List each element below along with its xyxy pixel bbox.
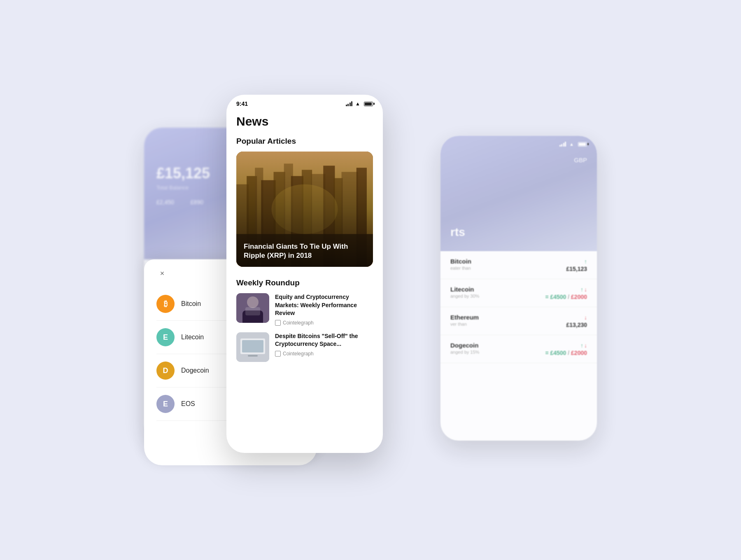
price-green-litecoin: = £4500 [545, 294, 566, 300]
market-price-litecoin: = £4500 / £2000 [545, 294, 587, 300]
status-icons: ▲ [346, 101, 373, 107]
svg-point-17 [247, 296, 259, 308]
arrow-up-icon: ↑ [584, 258, 587, 265]
market-item-ethereum[interactable]: Ethereum ↓ ver than £13,230 [440, 307, 597, 335]
article-source-1: Cointelegraph [275, 320, 373, 326]
bar1 [559, 145, 561, 147]
price-separator: / [568, 294, 571, 300]
weekly-roundup-heading: Weekly Roundup [236, 278, 373, 287]
market-name-bitcoin: Bitcoin [450, 258, 563, 265]
market-sub-litecoin: anged by 30% [450, 294, 542, 300]
bar1 [346, 105, 347, 106]
market-arrows-ethereum: ↓ [566, 314, 587, 321]
person-thumbnail [236, 293, 269, 323]
market-item-bitcoin[interactable]: Bitcoin ↑ eater than £15,123 [440, 251, 597, 279]
market-arrows-litecoin: ↑ ↓ [545, 286, 587, 293]
right-battery-fill [579, 143, 586, 146]
scene: £15,125 Total Balance £2,450 £890 Distri… [144, 95, 597, 465]
market-sub-dogecoin: anged by 15% [450, 350, 542, 356]
svg-rect-22 [242, 340, 263, 352]
arrow-down-icon: ↓ [584, 314, 587, 321]
status-bar: 9:41 ▲ [226, 95, 383, 110]
article-headline-1: Equity and Cryptocurrency Markets: Weekl… [275, 293, 373, 317]
eos-icon: E [156, 395, 175, 413]
person-svg [236, 293, 269, 323]
market-item-dogecoin[interactable]: Dogecoin ↑ ↓ anged by 15% = £4500 / £200… [440, 335, 597, 363]
article-item[interactable]: Equity and Cryptocurrency Markets: Weekl… [236, 293, 373, 326]
stat1: £2,450 [156, 199, 174, 205]
bar4 [565, 142, 566, 147]
bar2 [347, 104, 349, 106]
arrow-down-icon: ↓ [584, 342, 587, 349]
stat2: £890 [191, 199, 203, 205]
tech-thumbnail [236, 332, 269, 362]
arrow-up-icon: ↑ [580, 342, 583, 349]
source-name-1: Cointelegraph [283, 320, 314, 326]
bar4 [351, 101, 352, 106]
article-info-2: Despite Bitcoins "Sell-Off" the Cryptocu… [275, 332, 373, 357]
svg-rect-23 [248, 355, 258, 357]
source-name-2: Cointelegraph [283, 351, 314, 357]
featured-headline: Financial Giants To Tie Up With Ripple (… [244, 242, 366, 260]
svg-rect-19 [245, 307, 260, 315]
article-thumb-1 [236, 293, 269, 323]
market-price-dogecoin: = £4500 / £2000 [545, 350, 587, 356]
market-item-litecoin[interactable]: Litecoin ↑ ↓ anged by 30% = £4500 / £200… [440, 279, 597, 307]
article-thumb-2 [236, 332, 269, 362]
currency-label: GBP [574, 156, 587, 163]
right-wifi-icon: ▲ [569, 142, 574, 147]
price-red-dogecoin: £2000 [571, 350, 587, 356]
tech-svg [236, 332, 269, 362]
price-green-dogecoin: = £4500 [545, 350, 566, 356]
battery-icon [364, 102, 373, 106]
dogecoin-icon: D [156, 362, 175, 380]
source-icon [275, 320, 281, 326]
arrow-up-icon: ↑ [580, 286, 583, 293]
right-signal-icon [559, 142, 566, 147]
litecoin-icon: E [156, 328, 175, 346]
featured-text: Financial Giants To Tie Up With Ripple (… [236, 236, 373, 267]
news-page-title: News [236, 114, 373, 128]
markets-list: Bitcoin ↑ eater than £15,123 Litecoin ↑ … [440, 251, 597, 363]
arrow-down-icon: ↓ [584, 286, 587, 293]
signal-bars-icon [346, 101, 353, 106]
bar3 [563, 143, 564, 147]
price-separator-2: / [568, 350, 571, 356]
popular-articles-heading: Popular Articles [236, 137, 373, 146]
status-time: 9:41 [236, 100, 248, 107]
article-info-1: Equity and Cryptocurrency Markets: Weekl… [275, 293, 373, 326]
market-price-bitcoin: £15,123 [566, 266, 587, 272]
right-page-title: rts [450, 226, 465, 239]
right-battery-icon [578, 142, 587, 147]
article-item[interactable]: Despite Bitcoins "Sell-Off" the Cryptocu… [236, 332, 373, 362]
wifi-icon: ▲ [355, 101, 360, 107]
price-red-litecoin: £2000 [571, 294, 587, 300]
market-arrows-dogecoin: ↑ ↓ [545, 342, 587, 349]
article-headline-2: Despite Bitcoins "Sell-Off" the Cryptocu… [275, 332, 373, 348]
source-icon-2 [275, 351, 281, 357]
market-name-litecoin: Litecoin [450, 286, 542, 293]
market-price-ethereum: £13,230 [566, 322, 587, 328]
article-source-2: Cointelegraph [275, 351, 373, 357]
bitcoin-icon: ₿ [156, 295, 175, 313]
featured-article[interactable]: Financial Giants To Tie Up With Ripple (… [236, 152, 373, 267]
market-name-ethereum: Ethereum [450, 314, 563, 321]
phone-center-news: 9:41 ▲ News Popular Articles [226, 95, 383, 453]
bar3 [350, 103, 351, 106]
right-header: ▲ GBP rts [440, 136, 597, 251]
right-status: ▲ [559, 142, 587, 147]
battery-fill [365, 103, 372, 105]
phone-right-markets: ▲ GBP rts Bitcoin ↑ eater than £15,123 L… [440, 136, 597, 441]
market-name-dogecoin: Dogecoin [450, 342, 542, 349]
news-content: News Popular Articles [226, 110, 383, 448]
market-sub-bitcoin: eater than [450, 266, 563, 272]
market-arrows-bitcoin: ↑ [566, 258, 587, 265]
close-button[interactable]: × [156, 268, 168, 279]
bar2 [561, 144, 562, 147]
market-sub-ethereum: ver than [450, 322, 563, 328]
